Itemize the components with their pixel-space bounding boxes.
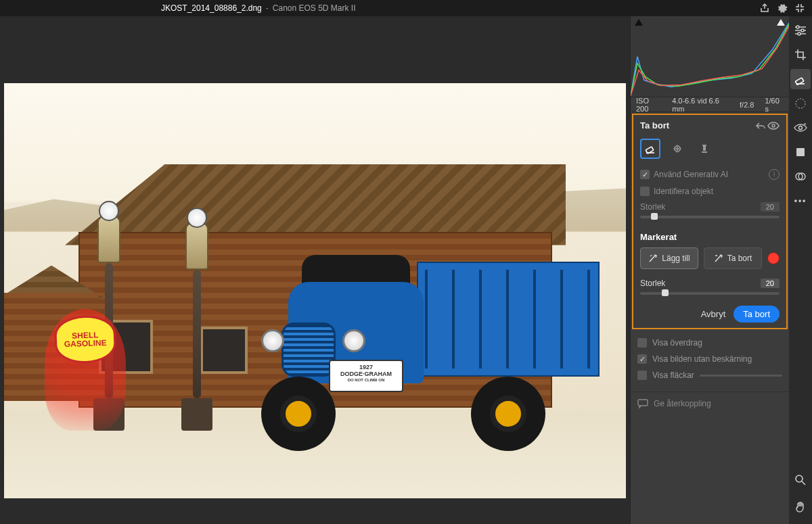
exif-iso: ISO 200 [636,97,661,113]
selection-size-value[interactable]: 20 [761,279,780,288]
identify-object-label: Identifiera objekt [654,187,713,196]
feedback-row[interactable]: Ge återkoppling [631,391,789,415]
svg-point-0 [772,124,775,127]
feedback-label: Ge återkoppling [654,399,711,408]
vintage-truck: 1927 DODGE·GRAHAM DO NOT CLIMB ON [241,214,606,451]
chat-bubble-icon [637,399,648,408]
spots-threshold-slider[interactable] [700,375,782,377]
brush-size-value[interactable]: 20 [761,202,780,212]
lens-blur-icon[interactable] [790,166,811,187]
svg-rect-10 [796,148,805,156]
redeye-tool-icon[interactable] [790,118,811,138]
more-tools-icon[interactable]: ••• [790,191,811,211]
cancel-button[interactable]: Avbryt [701,309,726,319]
view-options-panel: Visa överdrag Visa bilden utan beskärnin… [631,331,789,387]
photo-preview: SHELLGASOLINE 1927 DODGE·GRAHAM DO NOT C… [4,83,626,498]
export-icon[interactable] [758,1,771,15]
presets-panel-icon[interactable] [790,142,811,162]
brush-size-label: Storlek [640,202,665,212]
show-overlay-label: Visa överdrag [652,338,702,348]
gen-ai-label: Använd Generativ AI [654,170,728,179]
image-canvas[interactable]: SHELLGASOLINE 1927 DODGE·GRAHAM DO NOT C… [0,16,630,524]
eraser-tool-button[interactable] [640,139,660,159]
remove-tool-panel: Ta bort [632,114,788,329]
identify-object-checkbox[interactable] [640,187,650,196]
brush-size-slider[interactable] [640,216,780,218]
apply-remove-button[interactable]: Ta bort [734,306,780,323]
right-sidebar: ISO 200 4.0-6.6 vid 6.6 mm f/2.8 1/60 s … [630,16,789,524]
gen-ai-info-icon[interactable]: i [769,169,780,180]
selection-size-label: Storlek [640,279,665,288]
gen-ai-checkbox[interactable] [640,170,650,179]
tool-strip: ••• [789,16,812,524]
document-title: JKOST_2014_08886_2.dng - Canon EOS 5D Ma… [161,3,356,13]
visibility-eye-icon[interactable] [767,122,780,130]
show-uncropped-label: Visa bilden utan beskärning [652,354,752,364]
exif-focal: 4.0-6.6 vid 6.6 mm [672,97,729,113]
healing-tool-icon[interactable] [790,69,811,89]
selection-add-button[interactable]: Lägg till [640,247,698,269]
title-bar: JKOST_2014_08886_2.dng - Canon EOS 5D Ma… [0,0,812,16]
masking-tool-icon[interactable] [790,93,811,114]
histogram[interactable] [631,16,789,97]
svg-point-9 [799,126,803,130]
exif-shutter: 1/60 s [765,97,784,113]
svg-point-5 [801,29,804,32]
show-uncropped-checkbox[interactable] [637,354,647,364]
svg-point-8 [796,99,805,108]
exif-bar: ISO 200 4.0-6.6 vid 6.6 mm f/2.8 1/60 s [631,97,789,112]
camera-model: Canon EOS 5D Mark II [273,3,356,13]
panel-title-remove: Ta bort [640,120,669,130]
title-separator: - [266,3,269,13]
show-overlay-checkbox[interactable] [637,338,647,348]
overlay-color-swatch[interactable] [767,252,780,264]
heal-brush-tool-button[interactable] [667,139,687,159]
edit-sliders-icon[interactable] [790,20,811,41]
gas-pump [187,204,207,431]
selection-subtract-button[interactable]: Ta bort [704,247,762,269]
svg-point-6 [798,32,800,35]
show-spots-checkbox[interactable] [637,371,647,380]
exif-aperture: f/2.8 [740,101,754,109]
svg-point-4 [796,26,799,28]
license-plate: 1927 DODGE·GRAHAM DO NOT CLIMB ON [329,360,403,392]
svg-point-13 [796,475,803,482]
filename: JKOST_2014_08886_2.dng [161,3,262,13]
crop-tool-icon[interactable] [790,45,811,65]
show-spots-label: Visa fläckar [652,371,694,380]
svg-rect-3 [638,400,648,406]
shell-sign: SHELLGASOLINE [54,314,116,364]
undo-icon[interactable] [755,121,767,130]
fullscreen-collapse-icon[interactable] [793,1,807,15]
zoom-tool-icon[interactable] [790,470,811,490]
clone-stamp-tool-button[interactable] [694,139,715,159]
settings-gear-icon[interactable] [775,1,789,15]
selection-size-slider[interactable] [640,292,780,295]
selected-subpanel-title: Markerat [633,225,786,247]
hand-tool-icon[interactable] [790,497,811,517]
